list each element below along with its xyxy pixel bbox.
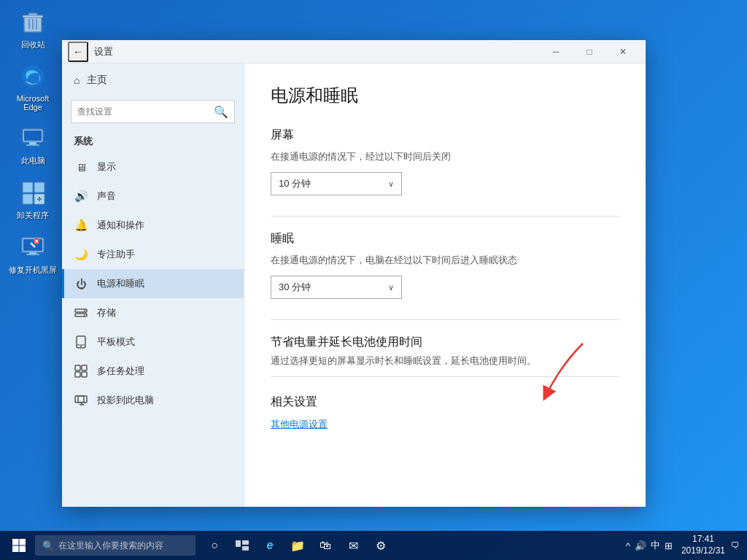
taskbar-explorer-button[interactable]: 📁 (285, 531, 311, 560)
settings-sidebar: ⌂ 主页 🔍 系统 🖥 显示 🔊 声音 🔔 通知 (62, 63, 244, 507)
back-button[interactable]: ← (68, 42, 88, 62)
desktop: 回收站 Microsoft Edge (0, 0, 747, 560)
screen-dropdown-arrow-icon: ∨ (388, 179, 394, 189)
sound-icon: 🔊 (74, 189, 88, 203)
desktop-icons: 回收站 Microsoft Edge (7, 7, 58, 276)
storage-icon (74, 306, 88, 320)
section-divider-3 (271, 376, 619, 377)
window-title-label: 设置 (94, 45, 113, 58)
sleep-section-title: 睡眠 (271, 231, 619, 246)
related-settings-section: 相关设置 其他电源设置 (271, 394, 619, 431)
sleep-timeout-dropdown[interactable]: 30 分钟 ∨ (271, 276, 402, 299)
sidebar-item-tablet-mode[interactable]: 平板模式 (62, 327, 244, 357)
sidebar-item-storage-label: 存储 (97, 306, 116, 319)
taskbar-taskview-button[interactable] (229, 531, 255, 560)
main-content: 电源和睡眠 屏幕 在接通电源的情况下，经过以下时间后关闭 10 分钟 ∨ 睡眠 … (244, 63, 646, 507)
sidebar-section-title: 系统 (62, 129, 244, 152)
energy-section-title: 节省电量并延长电池使用时间 (271, 335, 619, 350)
programs-icon (18, 178, 47, 207)
close-button[interactable]: ✕ (606, 40, 640, 63)
sleep-dropdown-arrow-icon: ∨ (388, 283, 394, 292)
sidebar-item-multitasking[interactable]: 多任务处理 (62, 357, 244, 386)
start-button[interactable] (3, 531, 35, 560)
svg-rect-43 (242, 546, 249, 551)
sidebar-item-multitasking-label: 多任务处理 (97, 365, 144, 378)
screen-timeout-dropdown[interactable]: 10 分钟 ∨ (271, 172, 402, 195)
cortana-icon: ○ (211, 539, 218, 552)
taskbar-store-button[interactable]: 🛍 (312, 531, 338, 560)
svg-rect-42 (242, 540, 249, 545)
notification-center-icon[interactable]: 🗨 (731, 540, 740, 551)
sidebar-item-notifications-label: 通知和操作 (97, 219, 144, 232)
taskbar-search-box[interactable]: 🔍 在这里输入你要搜索的内容 (35, 535, 196, 556)
multitasking-icon (74, 364, 88, 378)
svg-point-25 (84, 314, 85, 316)
sidebar-search-box[interactable]: 🔍 (71, 100, 235, 123)
mail-icon: ✉ (349, 539, 358, 553)
windows-logo-icon (12, 538, 26, 553)
svg-point-28 (80, 346, 82, 347)
sidebar-item-sound-label: 声音 (97, 190, 116, 203)
desktop-icon-programs[interactable]: 卸关程序 (7, 178, 58, 221)
sidebar-item-focus-assist-label: 专注助手 (97, 248, 135, 261)
svg-rect-38 (20, 539, 26, 545)
energy-section-desc: 通过选择更短的屏幕显示时长和睡眠设置，延长电池使用时间。 (271, 354, 619, 368)
sidebar-item-power-sleep[interactable]: ⏻ 电源和睡眠 (62, 269, 244, 298)
desktop-icon-fix-screen[interactable]: 修复开机黑屏 (7, 233, 58, 276)
sidebar-home-label: 主页 (87, 74, 107, 87)
svg-rect-40 (20, 546, 26, 553)
edge-taskbar-icon: e (267, 539, 274, 552)
tablet-mode-icon (74, 335, 88, 349)
sidebar-item-focus-assist[interactable]: 🌙 专注助手 (62, 240, 244, 269)
sidebar-item-storage[interactable]: 存储 (62, 298, 244, 327)
clock-date: 2019/12/31 (681, 545, 725, 557)
power-sleep-icon: ⏻ (74, 276, 88, 291)
sidebar-item-sound[interactable]: 🔊 声音 (62, 182, 244, 211)
focus-assist-icon: 🌙 (74, 247, 88, 262)
desktop-icon-recycle-bin[interactable]: 回收站 (7, 7, 58, 50)
svg-rect-2 (23, 15, 43, 18)
svg-rect-32 (82, 372, 87, 377)
tray-expand-icon[interactable]: ^ (626, 540, 630, 551)
desktop-icon-edge[interactable]: Microsoft Edge (7, 62, 58, 112)
sidebar-search-input[interactable] (77, 106, 214, 117)
svg-rect-20 (26, 254, 39, 255)
minimize-button[interactable]: ─ (539, 40, 573, 63)
clock-display[interactable]: 17:41 2019/12/31 (681, 534, 725, 556)
page-title: 电源和睡眠 (271, 84, 619, 107)
svg-rect-31 (75, 372, 80, 377)
svg-rect-37 (12, 539, 19, 545)
section-divider-1 (271, 216, 619, 217)
task-view-icon (236, 540, 249, 551)
svg-rect-11 (23, 182, 33, 192)
sidebar-search-icon: 🔍 (214, 105, 228, 119)
maximize-button[interactable]: □ (573, 40, 606, 63)
svg-point-24 (84, 310, 85, 311)
volume-icon[interactable]: 🔊 (635, 540, 646, 551)
store-icon: 🛍 (320, 539, 331, 552)
other-power-settings-link[interactable]: 其他电源设置 (271, 419, 328, 429)
clock-time: 17:41 (681, 534, 725, 545)
sidebar-home-item[interactable]: ⌂ 主页 (62, 63, 244, 97)
ime-indicator[interactable]: 中 (651, 539, 660, 552)
screen-section-desc: 在接通电源的情况下，经过以下时间后关闭 (271, 150, 619, 163)
sidebar-item-display[interactable]: 🖥 显示 (62, 152, 244, 182)
sidebar-item-project[interactable]: 投影到此电脑 (62, 386, 244, 415)
taskbar-settings-button[interactable]: ⚙ (368, 531, 394, 560)
svg-rect-41 (236, 540, 241, 547)
explorer-icon: 📁 (290, 539, 305, 553)
taskbar: 🔍 在这里输入你要搜索的内容 ○ e 📁 🛍 (0, 531, 747, 560)
this-pc-icon (18, 123, 47, 152)
recycle-bin-icon (18, 7, 47, 36)
taskbar-mail-button[interactable]: ✉ (340, 531, 366, 560)
taskbar-edge-button[interactable]: e (257, 531, 283, 560)
sidebar-item-notifications[interactable]: 🔔 通知和操作 (62, 211, 244, 240)
svg-rect-10 (26, 144, 39, 146)
sidebar-item-project-label: 投影到此电脑 (97, 394, 154, 407)
desktop-icon-this-pc[interactable]: 此电脑 (7, 123, 58, 166)
taskbar-right-area: ^ 🔊 中 ⊞ 17:41 2019/12/31 🗨 (626, 534, 744, 556)
keyboard-layout-icon[interactable]: ⊞ (665, 540, 673, 551)
energy-section: 节省电量并延长电池使用时间 通过选择更短的屏幕显示时长和睡眠设置，延长电池使用时… (271, 335, 619, 368)
svg-rect-39 (12, 546, 19, 553)
taskbar-cortana-button[interactable]: ○ (201, 531, 228, 560)
